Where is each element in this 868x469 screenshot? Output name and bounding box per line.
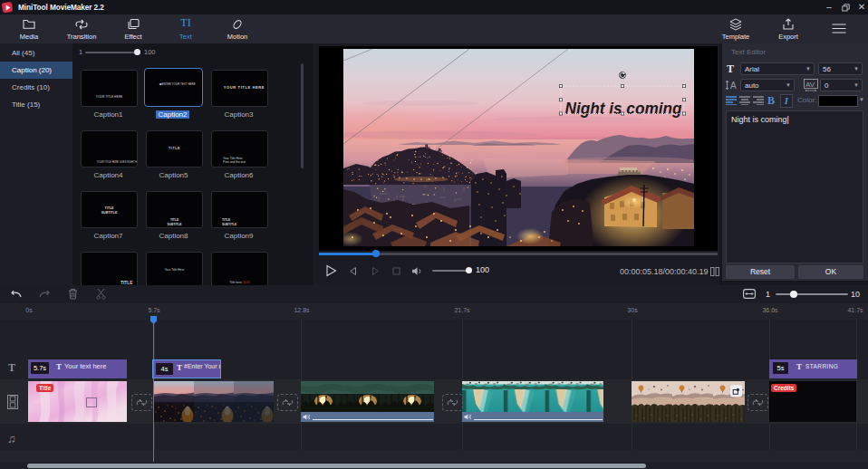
svg-text:A: A [730, 81, 737, 91]
svg-text:AV: AV [805, 81, 815, 89]
